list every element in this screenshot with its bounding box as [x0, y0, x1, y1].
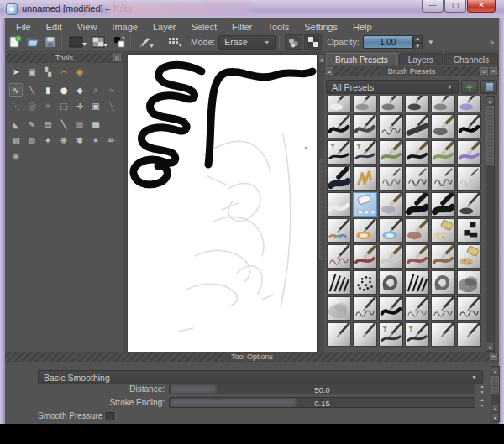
brush-preset[interactable]	[457, 166, 481, 191]
tab-layers[interactable]: Layers	[399, 53, 443, 65]
transform-tool[interactable]: ▣	[89, 99, 102, 112]
brush-preset[interactable]	[431, 192, 455, 217]
menu-file[interactable]: File	[9, 21, 38, 33]
brush-preset[interactable]	[353, 114, 377, 138]
menu-filter[interactable]: Filter	[225, 21, 259, 33]
brush-preset[interactable]	[327, 296, 351, 321]
pattern-chooser-icon[interactable]	[90, 34, 109, 50]
brush-preset[interactable]	[405, 114, 429, 138]
pattern-paintop-icon[interactable]	[304, 34, 322, 50]
brush-preset[interactable]	[353, 322, 377, 347]
brush-preset[interactable]	[431, 114, 455, 138]
brush-preset[interactable]	[327, 114, 351, 138]
measure-tool[interactable]: ╲	[105, 99, 118, 112]
brush-preset[interactable]	[327, 244, 351, 269]
add-preset-button[interactable]: +	[461, 80, 478, 94]
brush-preset[interactable]	[431, 96, 455, 112]
gradient-chooser-icon[interactable]	[67, 34, 88, 50]
gradient-tool[interactable]: ▤	[41, 118, 55, 131]
panel-splitter-handle[interactable]	[319, 159, 323, 260]
dynamic-brush-tool[interactable]: ≈	[105, 83, 118, 97]
line-pattern-tool[interactable]: ╲	[57, 118, 71, 131]
toolbar-overflow-chevron[interactable]: »	[489, 38, 494, 47]
distance-spinner[interactable]: ▲▼	[477, 384, 487, 394]
polyline-tool[interactable]: ∧	[89, 83, 102, 97]
maximize-button[interactable]: ▢	[444, 0, 466, 13]
brush-preset[interactable]	[379, 270, 403, 295]
brush-preset[interactable]	[405, 218, 429, 243]
stroke-ending-spinner[interactable]: ▲▼	[477, 397, 487, 408]
brush-preset[interactable]	[353, 96, 377, 112]
brush-preset[interactable]	[405, 96, 429, 112]
menu-edit[interactable]: Edit	[39, 21, 69, 33]
brush-preset[interactable]	[353, 296, 377, 321]
crop-assistant-tool[interactable]: ✂	[57, 65, 71, 78]
canvas[interactable]	[128, 55, 317, 352]
scrollbar-thumb[interactable]	[486, 106, 494, 165]
close-docker-icon[interactable]: ✕	[490, 67, 497, 75]
brush-preset[interactable]	[457, 140, 481, 165]
brush-preset[interactable]	[379, 114, 403, 138]
menu-layer[interactable]: Layer	[146, 21, 183, 33]
scroll-up-icon[interactable]: ▲	[491, 367, 499, 375]
edit-shapes-tool[interactable]: ▣	[25, 65, 39, 78]
brush-editor-icon[interactable]	[136, 34, 156, 50]
tools-float-icon[interactable]: ⧉	[113, 54, 121, 61]
workspace-chooser-icon[interactable]	[165, 34, 186, 50]
crop-tool[interactable]: ⬚	[57, 99, 71, 112]
brush-preset[interactable]	[327, 270, 351, 295]
preset-filter-combobox[interactable]: All Presets▼	[326, 80, 459, 94]
menu-select[interactable]: Select	[184, 21, 223, 33]
pattern-edit-tool[interactable]: ▦	[73, 118, 87, 131]
brush-preset[interactable]: T	[405, 322, 429, 347]
brush-preset[interactable]	[431, 270, 455, 295]
rect-select-tool[interactable]: ▧	[9, 133, 23, 147]
brush-preset[interactable]	[379, 218, 403, 243]
brush-preset[interactable]	[327, 218, 351, 243]
canvas-area[interactable]: ▲	[123, 52, 324, 352]
brush-preset[interactable]	[379, 192, 403, 217]
brush-preset[interactable]	[405, 244, 429, 269]
collapse-icon[interactable]: ▲	[326, 67, 333, 75]
multibrush-tool[interactable]: ✳	[41, 99, 55, 112]
calligraphy-tool[interactable]: ▚	[41, 65, 55, 78]
brush-preset[interactable]	[457, 96, 481, 112]
close-button[interactable]: ✕	[467, 0, 496, 13]
color-sampler-tool[interactable]: ✎	[25, 118, 39, 131]
brush-preset[interactable]	[353, 218, 377, 243]
gradient-paintop-icon[interactable]	[285, 34, 302, 50]
brush-preset[interactable]	[431, 140, 455, 165]
brush-preset[interactable]	[379, 96, 403, 112]
menu-tools[interactable]: Tools	[261, 21, 297, 33]
menu-image[interactable]: Image	[105, 21, 144, 33]
menu-view[interactable]: View	[71, 21, 104, 33]
brush-preset[interactable]	[405, 270, 429, 295]
brush-preset-selected[interactable]	[353, 192, 377, 217]
brush-preset[interactable]	[431, 244, 455, 269]
new-document-icon[interactable]	[7, 34, 23, 50]
brush-presets-docker-titlebar[interactable]: ▲ Brush Presets ⧉ ✕	[324, 66, 499, 76]
brush-preset[interactable]	[405, 166, 429, 191]
contiguous-select-tool[interactable]: ✱	[73, 133, 87, 147]
brush-preset[interactable]	[353, 166, 377, 191]
brush-preset[interactable]	[457, 244, 481, 269]
canvas-scrollbar-up-icon[interactable]: ▲	[318, 55, 325, 64]
similar-select-tool[interactable]: ✴	[89, 133, 102, 147]
float-docker-icon[interactable]: ⧉	[480, 67, 488, 75]
bezier-select-tool[interactable]: ❉	[9, 149, 23, 163]
menu-settings[interactable]: Settings	[297, 21, 344, 33]
tool-options-docker-titlebar[interactable]: Tool Options ⧉	[5, 352, 499, 362]
view-mode-button[interactable]	[480, 80, 497, 94]
scroll-up-icon[interactable]: ▲	[486, 97, 494, 105]
titlebar[interactable]: unnamed [modified] – Krita — ▢ ✕	[0, 0, 504, 18]
tool-options-scrollbar[interactable]: ▲ ▲ ▼	[491, 366, 500, 422]
opacity-spinbox[interactable]: 1.00	[363, 35, 413, 49]
brush-preset[interactable]	[457, 218, 481, 243]
brush-preset[interactable]	[431, 218, 455, 243]
brush-preset[interactable]	[379, 296, 403, 321]
outline-select-tool[interactable]: ❋	[57, 133, 71, 147]
polygon-select-tool[interactable]: ✦	[41, 133, 55, 147]
rectangle-tool[interactable]: ▮	[41, 83, 55, 97]
brush-grid-scrollbar[interactable]: ▲ ▼	[486, 96, 495, 352]
stroke-ending-slider[interactable]: 0.15	[169, 397, 475, 408]
